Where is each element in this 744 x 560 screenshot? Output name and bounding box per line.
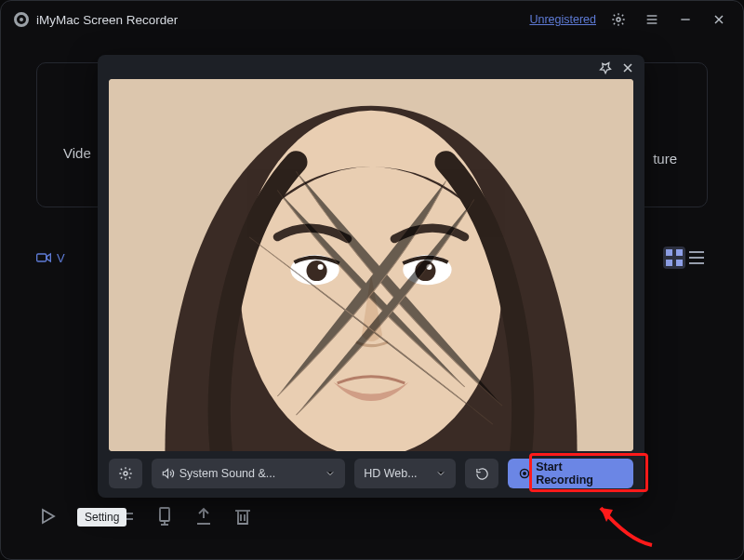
titlebar: iMyMac Screen Recorder Unregistered: [1, 1, 743, 38]
list-view-button[interactable]: [685, 247, 708, 269]
library-tab[interactable]: V: [36, 251, 65, 265]
trash-icon[interactable]: [232, 505, 254, 527]
svg-point-37: [124, 472, 127, 475]
svg-rect-12: [676, 260, 683, 266]
modal-titlebar: [98, 55, 644, 81]
close-icon[interactable]: [620, 60, 635, 75]
svg-point-33: [307, 260, 327, 281]
audio-source-dropdown[interactable]: System Sound &...: [152, 459, 345, 488]
audio-source-label: System Sound &...: [179, 467, 276, 480]
app-window: iMyMac Screen Recorder Unregistered Vide…: [0, 0, 744, 560]
bottom-toolbar: [36, 505, 254, 527]
svg-point-0: [617, 18, 620, 21]
annotation-arrow: [578, 494, 661, 550]
record-icon: [519, 468, 530, 479]
svg-marker-41: [601, 508, 613, 522]
menu-icon[interactable]: [641, 8, 663, 31]
mode-right-label[interactable]: ture: [653, 151, 677, 167]
camera-source-dropdown[interactable]: HD Web...: [354, 459, 456, 488]
close-button[interactable]: [708, 8, 730, 31]
svg-rect-9: [666, 249, 672, 256]
svg-rect-11: [666, 260, 672, 266]
chevron-down-icon: [435, 468, 446, 479]
svg-marker-38: [163, 469, 167, 477]
svg-point-40: [523, 472, 526, 475]
pin-icon[interactable]: [598, 60, 613, 75]
svg-point-35: [318, 264, 324, 270]
refresh-button[interactable]: [465, 459, 498, 488]
start-recording-button[interactable]: Start Recording: [508, 459, 633, 488]
share-icon[interactable]: [193, 505, 215, 527]
app-title: iMyMac Screen Recorder: [36, 13, 178, 27]
grid-view-button[interactable]: [663, 247, 685, 269]
modal-controls: System Sound &... HD Web... Start Record…: [109, 459, 633, 488]
library-tab-label: V: [57, 251, 65, 265]
webcam-modal: System Sound &... HD Web... Start Record…: [98, 55, 644, 498]
settings-gear-icon[interactable]: [607, 8, 630, 31]
svg-rect-7: [37, 254, 46, 261]
modal-settings-button[interactable]: [109, 459, 142, 488]
camera-source-label: HD Web...: [364, 467, 417, 480]
webcam-face-image: [109, 79, 633, 451]
speaker-icon: [161, 467, 174, 480]
app-logo-icon: [14, 12, 29, 27]
svg-rect-10: [676, 249, 683, 256]
svg-rect-20: [160, 508, 169, 521]
svg-marker-16: [43, 510, 54, 523]
folder-icon[interactable]: [153, 505, 176, 527]
settings-tooltip: Setting: [77, 508, 126, 527]
titlebar-right: Unregistered: [529, 8, 730, 31]
webcam-preview: [109, 79, 633, 451]
start-recording-label: Start Recording: [536, 460, 622, 487]
chevron-down-icon: [325, 468, 336, 479]
titlebar-left: iMyMac Screen Recorder: [14, 12, 178, 27]
svg-marker-8: [46, 254, 50, 261]
unregistered-link[interactable]: Unregistered: [529, 13, 596, 26]
play-icon[interactable]: [36, 505, 59, 527]
minimize-button[interactable]: [674, 8, 697, 31]
